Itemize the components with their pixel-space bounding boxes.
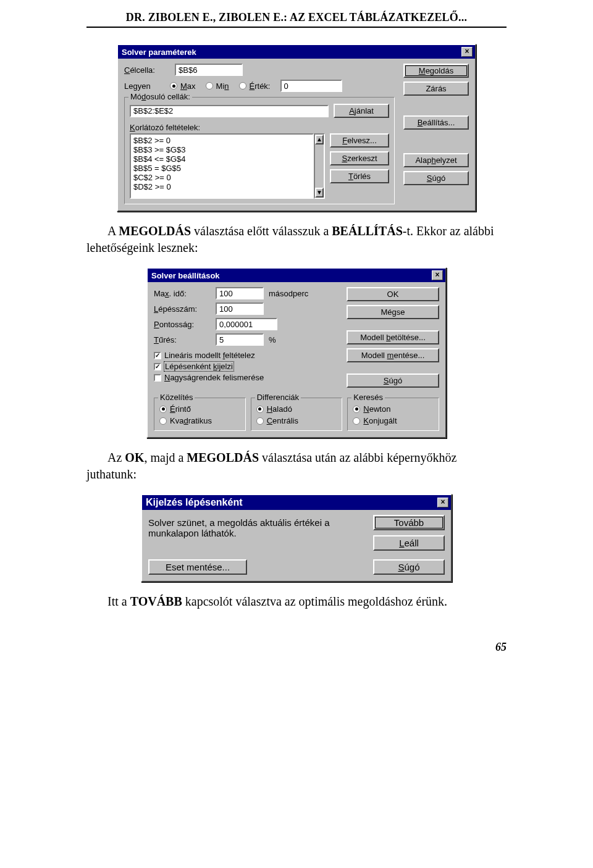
radio-newton[interactable]: Newton [353, 404, 434, 414]
page-number: 65 [86, 641, 507, 654]
button-sugo[interactable]: Súgó [373, 559, 445, 575]
label-celcella: Célcella: [124, 65, 170, 75]
constraint-row: $B$5 = $G$5 [133, 164, 310, 173]
legend-modosulo: Módosuló cellák: [128, 92, 192, 101]
radio-erinto[interactable]: Érintő [159, 404, 240, 414]
button-eset-mentese[interactable]: Eset mentése... [148, 559, 247, 575]
legend-kereses: Keresés [351, 393, 385, 402]
button-ajanlat[interactable]: Ajánlat [334, 104, 389, 118]
label-tures: Tűrés: [154, 335, 211, 344]
group-modosulo: Módosuló cellák: Ajánlat Korlátozó felté… [124, 97, 395, 204]
group-differenciak: Differenciák Haladó Centrális [251, 398, 343, 431]
button-megse[interactable]: Mégse [347, 305, 439, 319]
button-tovabb[interactable]: Tovább [373, 515, 445, 530]
input-lepesszam[interactable] [216, 303, 264, 315]
button-beallitas[interactable]: Beállítás... [403, 115, 469, 130]
button-szerkeszt[interactable]: Szerkeszt [330, 151, 389, 165]
title-text: Kijelzés lépésenként [146, 497, 243, 508]
label-maxido: Max. idő: [154, 289, 211, 298]
unit-percent: % [269, 335, 276, 344]
group-kereses: Keresés Newton Konjugált [347, 398, 439, 431]
button-sugo[interactable]: Súgó [347, 373, 439, 388]
close-icon[interactable]: × [432, 270, 443, 280]
radio-kvadratikus[interactable]: Kvadratikus [159, 416, 240, 425]
titlebar: Solver beállítások × [148, 269, 445, 282]
dialog-solver-parameters: Solver paraméterek × Célcella: Legyen Ma… [117, 44, 476, 212]
button-torles[interactable]: Törlés [330, 169, 389, 183]
input-tures[interactable] [216, 333, 264, 346]
button-model-mentese[interactable]: Modell mentése... [347, 348, 439, 362]
dialog-show-stepwise: Kijelzés lépésenként × Solver szünet, a … [141, 494, 452, 582]
label-pontossag: Pontosság: [154, 320, 211, 329]
button-model-betoltese[interactable]: Modell betöltése... [347, 330, 439, 344]
label-korlatozo: Korlátozó feltételek: [130, 123, 389, 132]
legend-diff: Differenciák [255, 393, 301, 402]
scroll-down-icon[interactable]: ▼ [315, 188, 324, 198]
input-celcella[interactable] [175, 64, 243, 76]
legend-kozelites: Közelítés [158, 393, 195, 402]
input-maxido[interactable] [216, 287, 264, 299]
title-text: Solver paraméterek [122, 48, 196, 57]
radio-halado[interactable]: Haladó [256, 404, 337, 414]
constraint-row: $B$2 >= 0 [133, 136, 310, 145]
button-megoldas[interactable]: Megoldás [403, 64, 469, 78]
button-zaras[interactable]: Zárás [403, 81, 469, 96]
checkbox-linearis[interactable]: Lineáris modellt feltételez [154, 351, 338, 360]
paragraph-3: Itt a TOVÁBB kapcsolót választva az opti… [86, 593, 507, 610]
group-kozelites: Közelítés Érintő Kvadratikus [154, 398, 246, 431]
unit-masodperc: másodperc [269, 289, 308, 298]
button-alaphelyzet[interactable]: Alaphelyzet [403, 153, 469, 167]
title-text: Solver beállítások [151, 271, 220, 280]
constraint-row: $C$2 >= 0 [133, 173, 310, 182]
header-rule [86, 27, 507, 28]
input-ertek[interactable] [280, 80, 342, 92]
close-icon[interactable]: × [461, 47, 473, 57]
radio-ertek[interactable]: Érték: [239, 81, 271, 91]
scroll-up-icon[interactable]: ▲ [315, 135, 324, 144]
input-modosulo[interactable] [130, 105, 329, 117]
paragraph-1: A MEGOLDÁS választása előtt válasszuk a … [86, 223, 507, 256]
message-text: Solver szünet, a megoldás aktuális érték… [148, 515, 363, 551]
radio-max[interactable]: Max [170, 81, 196, 91]
radio-konjugalt[interactable]: Konjugált [353, 416, 434, 425]
radio-min[interactable]: Min [206, 81, 229, 91]
label-lepesszam: Lépésszám: [154, 304, 211, 314]
input-pontossag[interactable] [216, 318, 277, 330]
titlebar: Solver paraméterek × [118, 45, 475, 59]
button-felvesz[interactable]: Felvesz... [330, 133, 389, 148]
button-sugo[interactable]: Súgó [403, 171, 469, 185]
constraint-row: $D$2 >= 0 [133, 182, 310, 191]
constraint-row: $B$3 >= $G$3 [133, 145, 310, 154]
button-ok[interactable]: OK [347, 287, 439, 301]
checkbox-nagysagrendek[interactable]: Nagyságrendek felismerése [154, 373, 338, 382]
titlebar: Kijelzés lépésenként × [142, 495, 451, 510]
constraint-row: $B$4 <= $G$4 [133, 154, 310, 164]
paragraph-2: Az OK, majd a MEGOLDÁS választása után a… [86, 449, 507, 483]
scrollbar[interactable]: ▲ ▼ [314, 133, 325, 199]
list-constraints[interactable]: $B$2 >= 0 $B$3 >= $G$3 $B$4 <= $G$4 $B$5… [130, 133, 314, 199]
close-icon[interactable]: × [437, 498, 448, 507]
radio-centralis[interactable]: Centrális [256, 416, 337, 425]
button-leall[interactable]: Leáll [373, 535, 445, 551]
dialog-solver-options: Solver beállítások × Max. idő: másodperc… [146, 267, 447, 438]
checkbox-lepesenkent[interactable]: Lépésenként kijelzi [154, 362, 338, 371]
running-header: DR. ZIBOLEN E., ZIBOLEN E.: AZ EXCEL TÁB… [86, 11, 507, 24]
label-legyen: Legyen [124, 81, 160, 91]
